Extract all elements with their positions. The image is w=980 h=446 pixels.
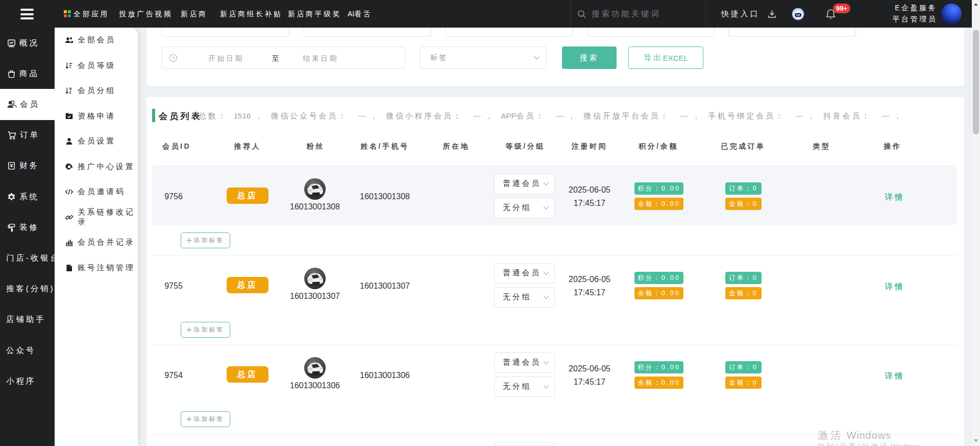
svg-text:Z: Z [69,90,74,95]
